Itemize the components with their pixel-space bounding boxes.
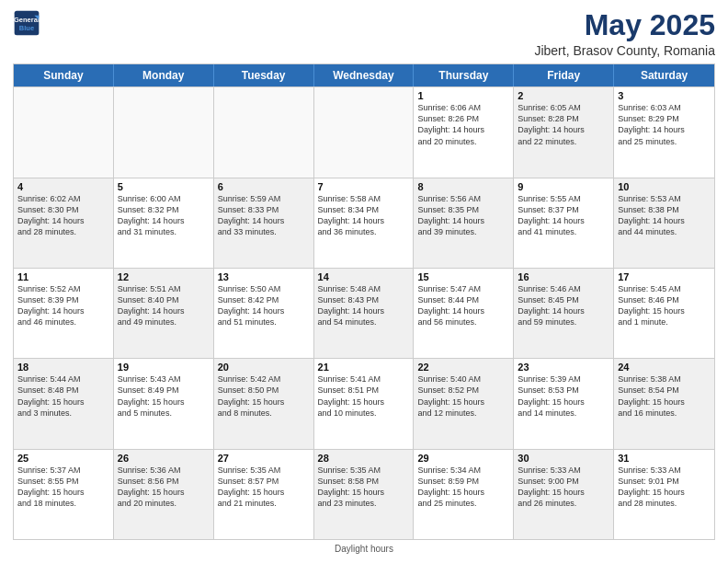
day-info: Sunrise: 5:46 AM Sunset: 8:45 PM Dayligh…	[518, 283, 609, 328]
calendar-cell: 7Sunrise: 5:58 AM Sunset: 8:34 PM Daylig…	[314, 178, 415, 268]
logo: General Blue	[13, 9, 40, 37]
calendar-row: 1Sunrise: 6:06 AM Sunset: 8:26 PM Daylig…	[14, 86, 714, 177]
header: General Blue May 2025 Jibert, Brasov Cou…	[13, 9, 715, 58]
day-number: 8	[417, 181, 509, 192]
weekday-header: Wednesday	[314, 64, 415, 86]
calendar-cell: 19Sunrise: 5:43 AM Sunset: 8:49 PM Dayli…	[114, 359, 214, 448]
day-info: Sunrise: 5:33 AM Sunset: 9:01 PM Dayligh…	[618, 465, 711, 510]
day-number: 29	[417, 453, 509, 464]
weekday-header: Monday	[114, 64, 214, 86]
day-info: Sunrise: 5:40 AM Sunset: 8:52 PM Dayligh…	[417, 373, 509, 419]
weekday-header: Thursday	[414, 64, 514, 86]
day-number: 4	[17, 181, 109, 192]
calendar-cell: 22Sunrise: 5:40 AM Sunset: 8:52 PM Dayli…	[414, 359, 514, 448]
calendar-cell: 18Sunrise: 5:44 AM Sunset: 8:48 PM Dayli…	[14, 359, 114, 448]
calendar-cell: 3Sunrise: 6:03 AM Sunset: 8:29 PM Daylig…	[614, 87, 714, 177]
day-number: 20	[218, 362, 310, 373]
calendar-cell: 1Sunrise: 6:06 AM Sunset: 8:26 PM Daylig…	[414, 87, 514, 177]
calendar-cell: 8Sunrise: 5:56 AM Sunset: 8:35 PM Daylig…	[414, 178, 514, 268]
day-number: 9	[518, 181, 609, 192]
day-number: 25	[17, 453, 109, 464]
calendar-cell: 17Sunrise: 5:45 AM Sunset: 8:46 PM Dayli…	[614, 269, 714, 358]
calendar-cell	[314, 87, 415, 177]
day-number: 31	[618, 453, 711, 464]
day-info: Sunrise: 5:35 AM Sunset: 8:58 PM Dayligh…	[318, 465, 410, 510]
calendar-cell: 30Sunrise: 5:33 AM Sunset: 9:00 PM Dayli…	[514, 450, 614, 539]
calendar-cell: 4Sunrise: 6:02 AM Sunset: 8:30 PM Daylig…	[14, 178, 114, 268]
day-info: Sunrise: 5:50 AM Sunset: 8:42 PM Dayligh…	[218, 283, 310, 328]
day-number: 19	[118, 362, 210, 373]
day-info: Sunrise: 5:48 AM Sunset: 8:43 PM Dayligh…	[318, 283, 410, 328]
weekday-header: Tuesday	[214, 64, 314, 86]
calendar-cell: 23Sunrise: 5:39 AM Sunset: 8:53 PM Dayli…	[514, 359, 614, 448]
calendar: SundayMondayTuesdayWednesdayThursdayFrid…	[13, 63, 715, 540]
calendar-cell: 13Sunrise: 5:50 AM Sunset: 8:42 PM Dayli…	[214, 269, 314, 358]
calendar-cell: 12Sunrise: 5:51 AM Sunset: 8:40 PM Dayli…	[114, 269, 214, 358]
day-number: 21	[318, 362, 410, 373]
day-number: 1	[417, 90, 509, 101]
page: General Blue May 2025 Jibert, Brasov Cou…	[0, 0, 728, 563]
svg-text:Blue: Blue	[19, 24, 34, 32]
location-subtitle: Jibert, Brasov County, Romania	[534, 43, 715, 58]
month-title: May 2025	[534, 9, 715, 41]
day-info: Sunrise: 5:34 AM Sunset: 8:59 PM Dayligh…	[417, 465, 509, 510]
day-number: 13	[218, 271, 310, 282]
day-info: Sunrise: 5:39 AM Sunset: 8:53 PM Dayligh…	[518, 373, 609, 419]
day-info: Sunrise: 6:06 AM Sunset: 8:26 PM Dayligh…	[417, 102, 509, 147]
calendar-row: 4Sunrise: 6:02 AM Sunset: 8:30 PM Daylig…	[14, 178, 714, 268]
calendar-cell: 28Sunrise: 5:35 AM Sunset: 8:58 PM Dayli…	[314, 450, 415, 539]
calendar-cell: 27Sunrise: 5:35 AM Sunset: 8:57 PM Dayli…	[214, 450, 314, 539]
day-info: Sunrise: 5:58 AM Sunset: 8:34 PM Dayligh…	[318, 193, 410, 238]
day-number: 24	[618, 362, 711, 373]
calendar-cell: 9Sunrise: 5:55 AM Sunset: 8:37 PM Daylig…	[514, 178, 614, 268]
day-info: Sunrise: 5:37 AM Sunset: 8:55 PM Dayligh…	[17, 465, 109, 510]
day-number: 12	[118, 271, 210, 282]
day-info: Sunrise: 6:02 AM Sunset: 8:30 PM Dayligh…	[17, 193, 109, 238]
day-number: 15	[417, 271, 509, 282]
calendar-cell: 14Sunrise: 5:48 AM Sunset: 8:43 PM Dayli…	[314, 269, 415, 358]
day-info: Sunrise: 5:51 AM Sunset: 8:40 PM Dayligh…	[118, 283, 210, 328]
calendar-cell: 21Sunrise: 5:41 AM Sunset: 8:51 PM Dayli…	[314, 359, 415, 448]
day-info: Sunrise: 6:00 AM Sunset: 8:32 PM Dayligh…	[118, 193, 210, 238]
day-number: 26	[118, 453, 210, 464]
calendar-cell: 2Sunrise: 6:05 AM Sunset: 8:28 PM Daylig…	[514, 87, 614, 177]
day-info: Sunrise: 5:36 AM Sunset: 8:56 PM Dayligh…	[118, 465, 210, 510]
day-info: Sunrise: 5:41 AM Sunset: 8:51 PM Dayligh…	[318, 373, 410, 419]
calendar-cell: 5Sunrise: 6:00 AM Sunset: 8:32 PM Daylig…	[114, 178, 214, 268]
day-number: 27	[218, 453, 310, 464]
weekday-header: Saturday	[614, 64, 714, 86]
calendar-cell	[114, 87, 214, 177]
calendar-row: 25Sunrise: 5:37 AM Sunset: 8:55 PM Dayli…	[14, 449, 714, 539]
day-info: Sunrise: 5:52 AM Sunset: 8:39 PM Dayligh…	[17, 283, 109, 328]
day-info: Sunrise: 5:59 AM Sunset: 8:33 PM Dayligh…	[218, 193, 310, 238]
calendar-cell: 16Sunrise: 5:46 AM Sunset: 8:45 PM Dayli…	[514, 269, 614, 358]
day-info: Sunrise: 5:33 AM Sunset: 9:00 PM Dayligh…	[518, 465, 609, 510]
calendar-cell: 20Sunrise: 5:42 AM Sunset: 8:50 PM Dayli…	[214, 359, 314, 448]
calendar-cell: 24Sunrise: 5:38 AM Sunset: 8:54 PM Dayli…	[614, 359, 714, 448]
day-info: Sunrise: 5:56 AM Sunset: 8:35 PM Dayligh…	[417, 193, 509, 238]
day-info: Sunrise: 5:47 AM Sunset: 8:44 PM Dayligh…	[417, 283, 509, 328]
calendar-cell	[14, 87, 114, 177]
day-info: Sunrise: 5:42 AM Sunset: 8:50 PM Dayligh…	[218, 373, 310, 419]
title-block: May 2025 Jibert, Brasov County, Romania	[534, 9, 715, 58]
weekday-header: Friday	[514, 64, 614, 86]
calendar-row: 11Sunrise: 5:52 AM Sunset: 8:39 PM Dayli…	[14, 268, 714, 358]
calendar-cell	[214, 87, 314, 177]
calendar-cell: 29Sunrise: 5:34 AM Sunset: 8:59 PM Dayli…	[414, 450, 514, 539]
day-info: Sunrise: 5:35 AM Sunset: 8:57 PM Dayligh…	[218, 465, 310, 510]
calendar-cell: 10Sunrise: 5:53 AM Sunset: 8:38 PM Dayli…	[614, 178, 714, 268]
day-number: 5	[118, 181, 210, 192]
footer-note: Daylight hours	[13, 544, 715, 554]
day-number: 23	[518, 362, 609, 373]
day-info: Sunrise: 5:45 AM Sunset: 8:46 PM Dayligh…	[618, 283, 711, 328]
day-info: Sunrise: 5:43 AM Sunset: 8:49 PM Dayligh…	[118, 373, 210, 419]
calendar-cell: 31Sunrise: 5:33 AM Sunset: 9:01 PM Dayli…	[614, 450, 714, 539]
calendar-cell: 11Sunrise: 5:52 AM Sunset: 8:39 PM Dayli…	[14, 269, 114, 358]
day-info: Sunrise: 6:05 AM Sunset: 8:28 PM Dayligh…	[518, 102, 609, 147]
weekday-header: Sunday	[14, 64, 114, 86]
day-number: 22	[417, 362, 509, 373]
day-number: 11	[17, 271, 109, 282]
day-info: Sunrise: 6:03 AM Sunset: 8:29 PM Dayligh…	[618, 102, 711, 147]
day-number: 2	[518, 90, 609, 101]
day-info: Sunrise: 5:55 AM Sunset: 8:37 PM Dayligh…	[518, 193, 609, 238]
